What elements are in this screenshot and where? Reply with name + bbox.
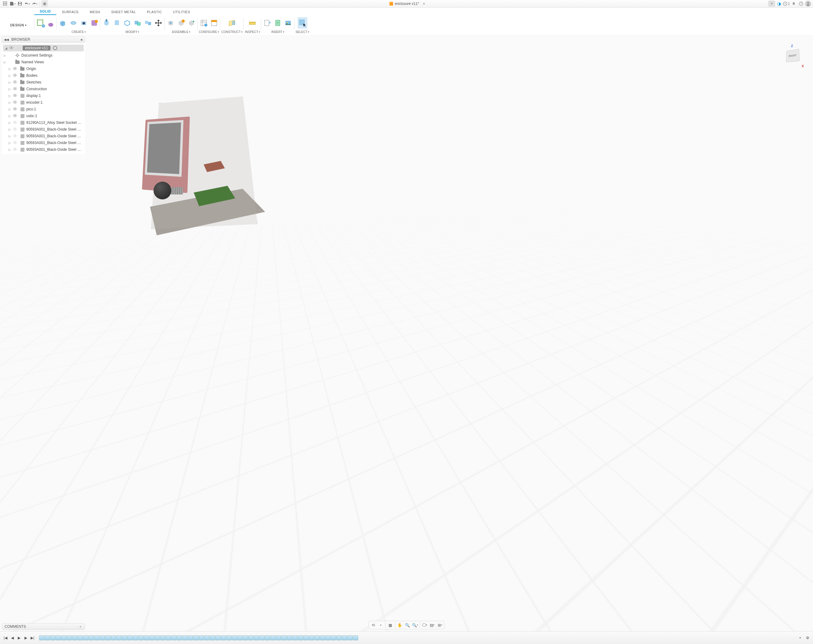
theme-table-icon[interactable] (209, 17, 219, 29)
move-icon[interactable] (153, 17, 163, 29)
ribbon-tab-plastic[interactable]: PLASTIC (141, 9, 167, 15)
timeline-feature[interactable] (193, 635, 198, 640)
tree-item[interactable]: ▷90593A001_Black-Oxide Steel … (2, 140, 85, 146)
timeline-feature[interactable] (100, 635, 105, 640)
select-icon[interactable] (298, 17, 307, 29)
redo-icon[interactable]: ▾ (31, 0, 38, 7)
extensions-icon[interactable]: ◑ (776, 0, 782, 7)
timeline-feature[interactable] (116, 635, 121, 640)
tree-item[interactable]: ▷usbc:1 (2, 112, 85, 119)
combine-icon[interactable] (133, 17, 143, 29)
timeline-feature[interactable] (325, 635, 331, 640)
orbit-icon[interactable]: ⟲ (370, 622, 377, 629)
visibility-toggle[interactable] (13, 107, 18, 111)
create-group-label[interactable]: CREATE▾ (72, 30, 86, 34)
timeline-feature[interactable] (292, 635, 298, 640)
ribbon-tab-utilities[interactable]: UTILITIES (168, 9, 196, 15)
visibility-toggle[interactable] (13, 87, 18, 91)
timeline-feature[interactable] (304, 635, 308, 640)
timeline-feature[interactable] (347, 635, 353, 640)
hole-icon[interactable] (79, 17, 89, 29)
shell-icon[interactable] (122, 17, 132, 29)
workspace-switcher[interactable]: DESIGN▾ (4, 16, 33, 34)
zoom-window-icon[interactable]: 🔍▾ (411, 622, 419, 629)
timeline-back-button[interactable]: ◀ (9, 635, 15, 641)
home-icon[interactable] (41, 0, 48, 7)
timeline-feature[interactable] (199, 635, 204, 640)
timeline-feature[interactable] (314, 635, 320, 640)
timeline-feature[interactable] (171, 635, 176, 640)
timeline-feature[interactable] (44, 635, 50, 640)
view-cube-face[interactable]: RIGHT (786, 49, 799, 62)
pan-icon[interactable]: ✋ (396, 622, 403, 629)
viewport[interactable]: Z RIGHT X (0, 35, 813, 631)
timeline-feature[interactable] (89, 635, 94, 640)
timeline-feature[interactable] (215, 635, 221, 640)
timeline-feature[interactable] (160, 635, 166, 640)
modify-group-label[interactable]: MODIFY▾ (126, 30, 140, 34)
joint-icon[interactable] (176, 17, 186, 29)
timeline-settings-icon[interactable]: ⚙ (804, 635, 811, 641)
timeline-feature[interactable] (320, 635, 325, 640)
user-avatar[interactable] (805, 1, 811, 7)
timeline-feature[interactable] (270, 635, 276, 640)
undo-icon[interactable]: ▾ (24, 0, 31, 7)
visibility-toggle[interactable] (13, 127, 18, 132)
create-form-icon[interactable] (46, 17, 56, 29)
visibility-toggle[interactable] (13, 67, 18, 71)
save-icon[interactable] (17, 0, 23, 7)
config-table-icon[interactable] (199, 17, 209, 29)
timeline-feature[interactable] (331, 635, 336, 640)
visibility-toggle[interactable] (13, 94, 18, 98)
tree-item[interactable]: ▷Origin (2, 66, 85, 72)
timeline-feature[interactable] (336, 635, 342, 640)
timeline-feature[interactable] (259, 635, 265, 640)
ribbon-tab-sheet-metal[interactable]: SHEET METAL (106, 9, 141, 15)
timeline-feature[interactable] (72, 635, 77, 640)
timeline-feature[interactable] (249, 635, 253, 640)
timeline-feature[interactable] (276, 635, 281, 640)
timeline-feature[interactable] (342, 635, 347, 640)
insert-derive-icon[interactable] (262, 17, 272, 29)
tree-item[interactable]: ▷Bodies (2, 72, 85, 79)
measure-icon[interactable] (247, 17, 257, 29)
timeline-feature[interactable] (210, 635, 215, 640)
inspect-group-label[interactable]: INSPECT▾ (245, 30, 260, 34)
timeline-feature[interactable] (232, 635, 237, 640)
emboss-icon[interactable] (89, 17, 99, 29)
timeline-feature[interactable] (188, 635, 193, 640)
as-built-joint-icon[interactable] (187, 17, 196, 29)
visibility-toggle[interactable] (13, 80, 18, 84)
model-3d[interactable] (135, 90, 263, 243)
new-tab-button[interactable]: + (769, 1, 775, 7)
timeline-feature[interactable] (353, 635, 358, 640)
tree-item[interactable]: ▷90593A001_Black-Oxide Steel … (2, 133, 85, 140)
timeline-feature[interactable] (83, 635, 88, 640)
visibility-toggle[interactable] (13, 74, 18, 78)
visibility-toggle[interactable] (13, 141, 18, 145)
viewport-layout-icon[interactable]: ⊞▾ (436, 622, 443, 629)
timeline-feature[interactable] (133, 635, 138, 640)
timeline-feature[interactable] (78, 635, 83, 640)
tree-item[interactable]: ▷display:1 (2, 92, 85, 99)
timeline-feature[interactable] (122, 635, 127, 640)
configure-group-label[interactable]: CONFIGURE▾ (199, 30, 219, 34)
timeline-feature[interactable] (166, 635, 171, 640)
timeline-play-button[interactable]: ▶ (16, 635, 22, 641)
comments-panel[interactable]: COMMENTS ＋ (2, 623, 85, 630)
visibility-toggle[interactable] (13, 121, 18, 125)
orbit-menu-icon[interactable]: ▾ (377, 622, 385, 629)
timeline-feature[interactable] (67, 635, 72, 640)
timeline-track[interactable] (37, 635, 796, 640)
timeline-feature[interactable] (56, 635, 61, 640)
timeline-expand-button[interactable]: + (797, 635, 803, 641)
job-status-icon[interactable]: 1 (783, 0, 790, 7)
plane-icon[interactable] (227, 17, 237, 29)
press-pull-icon[interactable] (101, 17, 111, 29)
assemble-group-label[interactable]: ASSEMBLE▾ (172, 30, 190, 34)
tree-item[interactable]: ▷pico:1 (2, 106, 85, 112)
timeline-feature[interactable] (287, 635, 292, 640)
timeline-end-button[interactable]: ▶| (29, 635, 35, 641)
file-menu-icon[interactable]: ▾ (9, 0, 16, 7)
align-icon[interactable] (143, 17, 153, 29)
